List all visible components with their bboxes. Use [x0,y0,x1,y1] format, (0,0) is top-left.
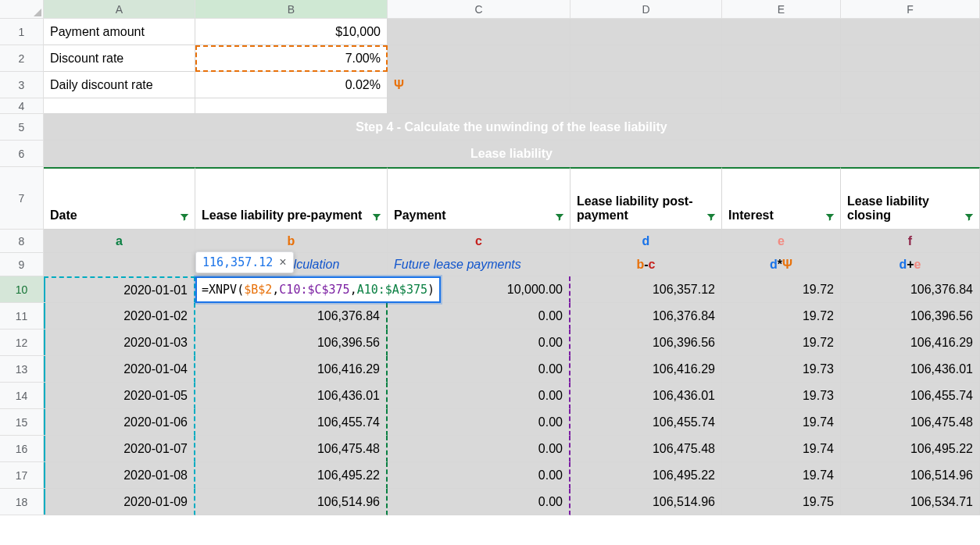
row-header-2[interactable]: 2 [0,45,44,72]
col-header-E[interactable]: E [722,0,841,19]
legend-a[interactable]: a [44,230,195,253]
cell-B12[interactable]: 106,396.56 [195,329,388,356]
cell-D11[interactable]: 106,376.84 [570,303,722,329]
legend-b[interactable]: b [195,230,388,253]
cell-E4[interactable] [722,98,841,114]
col-header-B[interactable]: B [195,0,388,19]
cell-E18[interactable]: 19.75 [722,489,841,515]
cell-E1[interactable] [722,19,841,45]
row-header-1[interactable]: 1 [0,19,44,45]
cell-B2[interactable]: 7.00% [195,45,388,72]
cell-B4[interactable] [195,98,388,114]
cell-A17[interactable]: 2020-01-08 [44,462,195,489]
cell-C2[interactable] [388,45,570,72]
cell-B3[interactable]: 0.02% [195,72,388,98]
cell-D2[interactable] [570,45,722,72]
cell-D10[interactable]: 106,357.12 [570,276,722,303]
filter-icon[interactable] [554,212,565,223]
col-header-D[interactable]: D [570,0,722,19]
row-header-7[interactable]: 7 [0,167,44,230]
cell-D14[interactable]: 106,436.01 [570,383,722,409]
cell-C15[interactable]: 0.00 [388,409,570,436]
row-header-16[interactable]: 16 [0,436,44,462]
desc-future-payments[interactable]: Future lease payments [388,253,570,276]
cell-A10[interactable]: 2020-01-01 [44,276,195,303]
cell-E11[interactable]: 19.72 [722,303,841,329]
cell-A3[interactable]: Daily discount rate [44,72,195,98]
header-post-payment[interactable]: Lease liability post-payment [570,167,722,230]
cell-F2[interactable] [841,45,980,72]
cell-D17[interactable]: 106,495.22 [570,462,722,489]
cell-B11[interactable]: 106,376.84 [195,303,388,329]
row-header-18[interactable]: 18 [0,489,44,515]
cell-E16[interactable]: 19.74 [722,436,841,462]
cell-A9[interactable] [44,253,195,276]
filter-icon[interactable] [179,212,190,223]
legend-f[interactable]: f [841,230,980,253]
close-icon[interactable]: × [279,255,286,269]
row-header-15[interactable]: 15 [0,409,44,436]
cell-C11[interactable]: 0.00 [388,303,570,329]
cell-E3[interactable] [722,72,841,98]
cell-F4[interactable] [841,98,980,114]
cell-C16[interactable]: 0.00 [388,436,570,462]
legend-e[interactable]: e [722,230,841,253]
cell-E12[interactable]: 19.72 [722,329,841,356]
cell-F1[interactable] [841,19,980,45]
row-header-8[interactable]: 8 [0,230,44,253]
row-header-6[interactable]: 6 [0,141,44,167]
cell-C12[interactable]: 0.00 [388,329,570,356]
cell-B15[interactable]: 106,455.74 [195,409,388,436]
row-header-10[interactable]: 10 [0,276,44,303]
cell-F12[interactable]: 106,416.29 [841,329,980,356]
cell-D16[interactable]: 106,475.48 [570,436,722,462]
row-header-3[interactable]: 3 [0,72,44,98]
cell-A11[interactable]: 2020-01-02 [44,303,195,329]
cell-E2[interactable] [722,45,841,72]
row-header-17[interactable]: 17 [0,462,44,489]
desc-f[interactable]: d + e [841,253,980,276]
cell-D18[interactable]: 106,514.96 [570,489,722,515]
filter-icon[interactable] [706,212,717,223]
cell-D15[interactable]: 106,455.74 [570,409,722,436]
cell-C14[interactable]: 0.00 [388,383,570,409]
cell-F15[interactable]: 106,475.48 [841,409,980,436]
row-header-11[interactable]: 11 [0,303,44,329]
spreadsheet-grid[interactable]: A B C D E F 1 Payment amount $10,000 2 D… [0,0,980,515]
cell-A15[interactable]: 2020-01-06 [44,409,195,436]
cell-D12[interactable]: 106,396.56 [570,329,722,356]
cell-E10[interactable]: 19.72 [722,276,841,303]
header-interest[interactable]: Interest [722,167,841,230]
col-header-C[interactable]: C [388,0,570,19]
title-lease-liability[interactable]: Lease liability [44,141,980,167]
cell-E13[interactable]: 19.73 [722,356,841,383]
cell-F13[interactable]: 106,436.01 [841,356,980,383]
cell-A4[interactable] [44,98,195,114]
cell-C13[interactable]: 0.00 [388,356,570,383]
row-header-5[interactable]: 5 [0,114,44,141]
cell-F11[interactable]: 106,396.56 [841,303,980,329]
desc-d[interactable]: b - c [570,253,722,276]
cell-B10-formula[interactable]: 116,357.12 × =XNPV($B$2,C10:$C$375,A10:$… [195,276,388,303]
header-closing[interactable]: Lease liability closing [841,167,980,230]
cell-B1[interactable]: $10,000 [195,19,388,45]
cell-A18[interactable]: 2020-01-09 [44,489,195,515]
cell-D1[interactable] [570,19,722,45]
cell-D4[interactable] [570,98,722,114]
cell-C4[interactable] [388,98,570,114]
header-date[interactable]: Date [44,167,195,230]
row-header-14[interactable]: 14 [0,383,44,409]
cell-E17[interactable]: 19.74 [722,462,841,489]
cell-B16[interactable]: 106,475.48 [195,436,388,462]
legend-d[interactable]: d [570,230,722,253]
cell-A1[interactable]: Payment amount [44,19,195,45]
cell-B14[interactable]: 106,436.01 [195,383,388,409]
cell-A16[interactable]: 2020-01-07 [44,436,195,462]
cell-F14[interactable]: 106,455.74 [841,383,980,409]
cell-B18[interactable]: 106,514.96 [195,489,388,515]
cell-E15[interactable]: 19.74 [722,409,841,436]
legend-c[interactable]: c [388,230,570,253]
cell-A12[interactable]: 2020-01-03 [44,329,195,356]
cell-F18[interactable]: 106,534.71 [841,489,980,515]
cell-C17[interactable]: 0.00 [388,462,570,489]
